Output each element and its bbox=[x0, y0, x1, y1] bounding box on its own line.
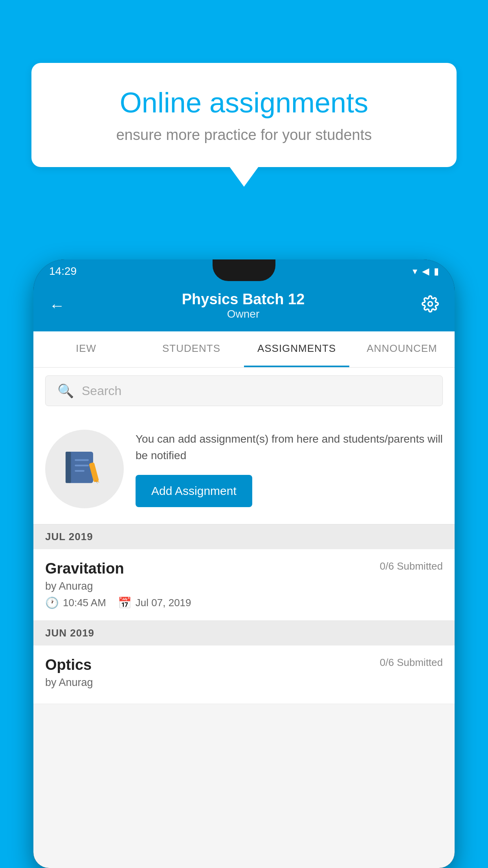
assignment-submitted-2: 0/6 Submitted bbox=[380, 657, 443, 669]
svg-rect-4 bbox=[75, 465, 89, 466]
app-header: ← Physics Batch 12 Owner bbox=[33, 283, 455, 331]
bubble-subtitle: ensure more practice for your students bbox=[59, 127, 429, 143]
bubble-title: Online assignments bbox=[59, 86, 429, 119]
header-title-container: Physics Batch 12 Owner bbox=[182, 291, 305, 320]
page-title: Physics Batch 12 bbox=[182, 291, 305, 308]
wifi-icon: ▾ bbox=[413, 266, 417, 277]
status-bar: 14:29 ▾ ◀ ▮ bbox=[33, 259, 455, 283]
svg-rect-5 bbox=[75, 470, 84, 472]
tab-announcements[interactable]: ANNOUNCEM bbox=[349, 331, 455, 367]
back-button[interactable]: ← bbox=[49, 297, 65, 314]
section-header-jul: JUL 2019 bbox=[33, 524, 455, 549]
assignment-submitted: 0/6 Submitted bbox=[380, 560, 443, 572]
status-time: 14:29 bbox=[49, 265, 77, 278]
assignment-icon-circle bbox=[45, 430, 124, 508]
add-assignment-promo: You can add assignment(s) from here and … bbox=[33, 414, 455, 524]
app-content: 🔍 Search bbox=[33, 368, 455, 868]
tabs-container: IEW STUDENTS ASSIGNMENTS ANNOUNCEM bbox=[33, 331, 455, 368]
assignment-icon-svg bbox=[63, 447, 106, 491]
svg-rect-2 bbox=[66, 452, 71, 483]
speech-bubble: Online assignments ensure more practice … bbox=[31, 63, 457, 167]
add-assignment-button[interactable]: Add Assignment bbox=[136, 475, 252, 507]
promo-right: You can add assignment(s) from here and … bbox=[136, 431, 443, 507]
tab-assignments[interactable]: ASSIGNMENTS bbox=[244, 331, 349, 367]
assignment-meta: 🕐 10:45 AM 📅 Jul 07, 2019 bbox=[45, 596, 443, 609]
assignment-date: Jul 07, 2019 bbox=[136, 597, 191, 609]
battery-icon: ▮ bbox=[434, 266, 439, 277]
phone-notch bbox=[213, 259, 275, 281]
search-icon: 🔍 bbox=[57, 383, 74, 399]
assignment-by-2: by Anurag bbox=[45, 677, 443, 689]
speech-bubble-container: Online assignments ensure more practice … bbox=[31, 63, 457, 167]
svg-rect-3 bbox=[75, 459, 89, 461]
assignment-top-row: Gravitation 0/6 Submitted bbox=[45, 560, 443, 577]
tab-iew[interactable]: IEW bbox=[33, 331, 139, 367]
svg-rect-1 bbox=[68, 452, 93, 483]
search-placeholder: Search bbox=[82, 384, 121, 398]
settings-icon[interactable] bbox=[422, 295, 439, 316]
promo-text: You can add assignment(s) from here and … bbox=[136, 431, 443, 464]
table-row[interactable]: Optics 0/6 Submitted by Anurag bbox=[33, 645, 455, 704]
section-header-jun: JUN 2019 bbox=[33, 621, 455, 645]
assignment-name-2: Optics bbox=[45, 657, 92, 673]
clock-icon: 🕐 bbox=[45, 596, 59, 609]
phone-frame: 14:29 ▾ ◀ ▮ ← Physics Batch 12 Owner IEW… bbox=[33, 259, 455, 868]
svg-point-0 bbox=[428, 302, 432, 306]
assignment-name: Gravitation bbox=[45, 560, 124, 577]
assignment-time: 10:45 AM bbox=[63, 597, 106, 609]
search-bar[interactable]: 🔍 Search bbox=[45, 375, 443, 406]
search-container: 🔍 Search bbox=[33, 368, 455, 414]
assignment-top-row-2: Optics 0/6 Submitted bbox=[45, 657, 443, 673]
signal-icon: ◀ bbox=[422, 266, 429, 277]
page-subtitle: Owner bbox=[182, 308, 305, 320]
table-row[interactable]: Gravitation 0/6 Submitted by Anurag 🕐 10… bbox=[33, 549, 455, 621]
tab-students[interactable]: STUDENTS bbox=[139, 331, 244, 367]
meta-time: 🕐 10:45 AM bbox=[45, 596, 106, 609]
status-icons: ▾ ◀ ▮ bbox=[413, 266, 439, 277]
meta-date: 📅 Jul 07, 2019 bbox=[118, 596, 191, 609]
assignment-by: by Anurag bbox=[45, 580, 443, 592]
calendar-icon: 📅 bbox=[118, 596, 132, 609]
